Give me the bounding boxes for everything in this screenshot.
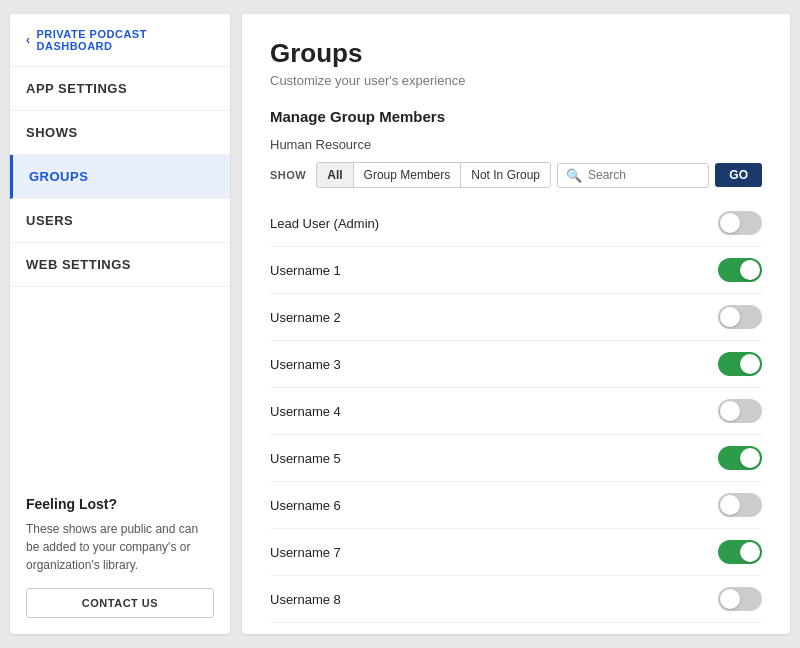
toggle-username-8[interactable] (718, 587, 762, 611)
sidebar: ‹ PRIVATE PODCAST DASHBOARD APP SETTINGS… (10, 14, 230, 634)
filter-btn-not-in-group[interactable]: Not In Group (460, 162, 551, 188)
page-subtitle: Customize your user's experience (270, 73, 762, 88)
filter-bar: SHOW AllGroup MembersNot In Group 🔍 GO (270, 162, 762, 188)
user-name-username-3: Username 3 (270, 357, 341, 372)
toggle-username-7[interactable] (718, 540, 762, 564)
user-name-username-6: Username 6 (270, 498, 341, 513)
show-label: SHOW (270, 169, 306, 181)
feeling-lost-title: Feeling Lost? (26, 496, 214, 512)
main-content: Groups Customize your user's experience … (242, 14, 790, 634)
sidebar-item-users[interactable]: USERS (10, 199, 230, 243)
sidebar-item-groups[interactable]: GROUPS (10, 155, 230, 199)
chevron-left-icon: ‹ (26, 33, 31, 47)
toggle-username-1[interactable] (718, 258, 762, 282)
toggle-lead-user[interactable] (718, 211, 762, 235)
toggle-username-4[interactable] (718, 399, 762, 423)
back-link[interactable]: ‹ PRIVATE PODCAST DASHBOARD (10, 14, 230, 67)
toggle-username-2[interactable] (718, 305, 762, 329)
user-name-lead-user: Lead User (Admin) (270, 216, 379, 231)
go-button[interactable]: GO (715, 163, 762, 187)
feeling-lost-section: Feeling Lost? These shows are public and… (10, 480, 230, 634)
group-name: Human Resource (270, 137, 762, 152)
sidebar-item-app-settings[interactable]: APP SETTINGS (10, 67, 230, 111)
table-row: Username 1 (270, 247, 762, 294)
table-row: Username 7 (270, 529, 762, 576)
filter-btn-group-members[interactable]: Group Members (353, 162, 462, 188)
table-row: Lead User (Admin) (270, 200, 762, 247)
search-wrapper: 🔍 (557, 163, 709, 188)
user-name-username-8: Username 8 (270, 592, 341, 607)
table-row: Username 3 (270, 341, 762, 388)
table-row: Username 8 (270, 576, 762, 623)
page-title: Groups (270, 38, 762, 69)
user-name-username-5: Username 5 (270, 451, 341, 466)
back-label: PRIVATE PODCAST DASHBOARD (37, 28, 215, 52)
table-row: Username 5 (270, 435, 762, 482)
filter-btn-all[interactable]: All (316, 162, 353, 188)
search-icon: 🔍 (566, 168, 582, 183)
toggle-username-3[interactable] (718, 352, 762, 376)
user-name-username-7: Username 7 (270, 545, 341, 560)
table-row: Username 6 (270, 482, 762, 529)
feeling-lost-body: These shows are public and can be added … (26, 520, 214, 574)
toggle-username-6[interactable] (718, 493, 762, 517)
contact-us-button[interactable]: CONTACT US (26, 588, 214, 618)
table-row: Username 4 (270, 388, 762, 435)
section-title: Manage Group Members (270, 108, 762, 125)
sidebar-item-web-settings[interactable]: WEB SETTINGS (10, 243, 230, 287)
user-name-username-2: Username 2 (270, 310, 341, 325)
search-input[interactable] (588, 168, 700, 182)
table-row: Username 2 (270, 294, 762, 341)
user-list: Lead User (Admin)Username 1Username 2Use… (270, 200, 762, 623)
user-name-username-4: Username 4 (270, 404, 341, 419)
user-name-username-1: Username 1 (270, 263, 341, 278)
sidebar-item-shows[interactable]: SHOWS (10, 111, 230, 155)
toggle-username-5[interactable] (718, 446, 762, 470)
